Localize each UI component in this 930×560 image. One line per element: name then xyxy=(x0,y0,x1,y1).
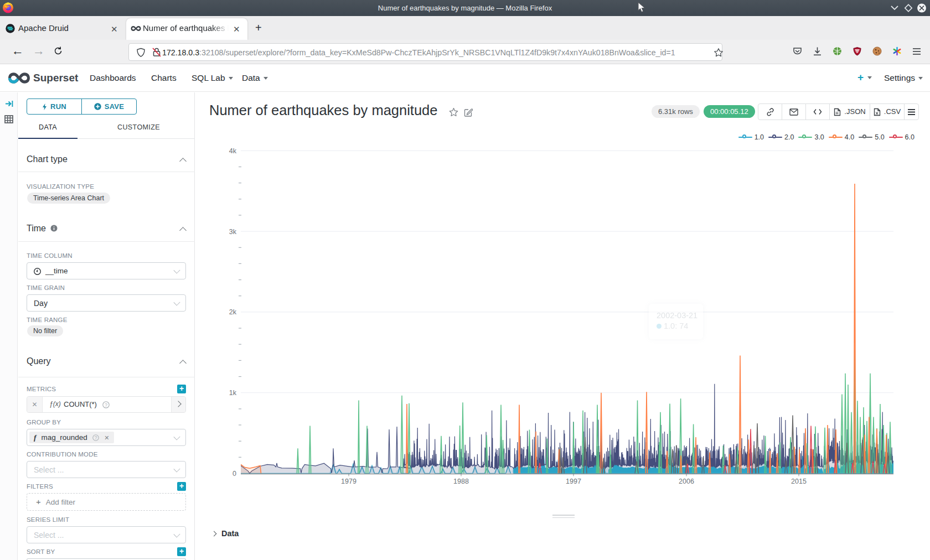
svg-text:1979: 1979 xyxy=(341,478,356,485)
svg-text:4k: 4k xyxy=(229,147,237,155)
svg-text:2k: 2k xyxy=(229,308,237,316)
svg-text:3k: 3k xyxy=(229,228,237,236)
svg-text:1k: 1k xyxy=(229,389,237,397)
svg-text:1997: 1997 xyxy=(566,478,581,485)
svg-text:1988: 1988 xyxy=(453,478,469,485)
svg-text:?: ? xyxy=(94,435,97,440)
svg-text:?: ? xyxy=(105,402,107,408)
svg-text:0: 0 xyxy=(232,470,236,478)
svg-text:2015: 2015 xyxy=(791,478,807,485)
svg-text:2006: 2006 xyxy=(679,478,694,485)
